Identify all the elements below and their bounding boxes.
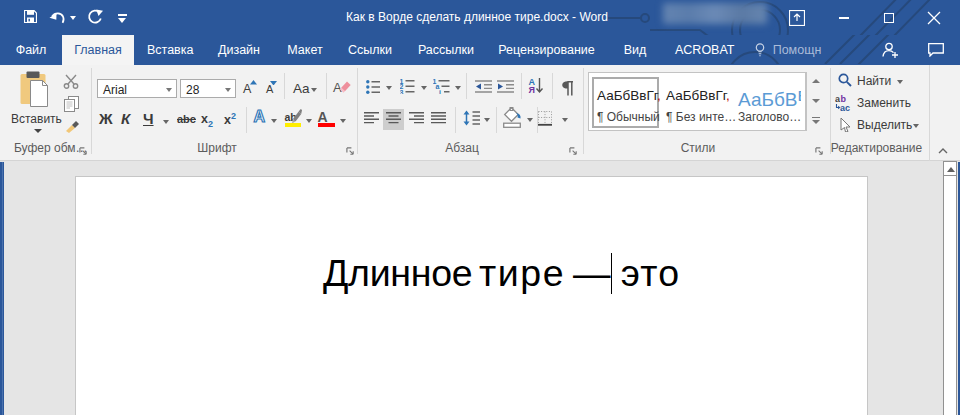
svg-text:Я: Я bbox=[529, 85, 535, 94]
svg-text:i: i bbox=[439, 89, 441, 95]
svg-text:ac: ac bbox=[840, 103, 850, 111]
svg-text:3: 3 bbox=[400, 89, 404, 95]
